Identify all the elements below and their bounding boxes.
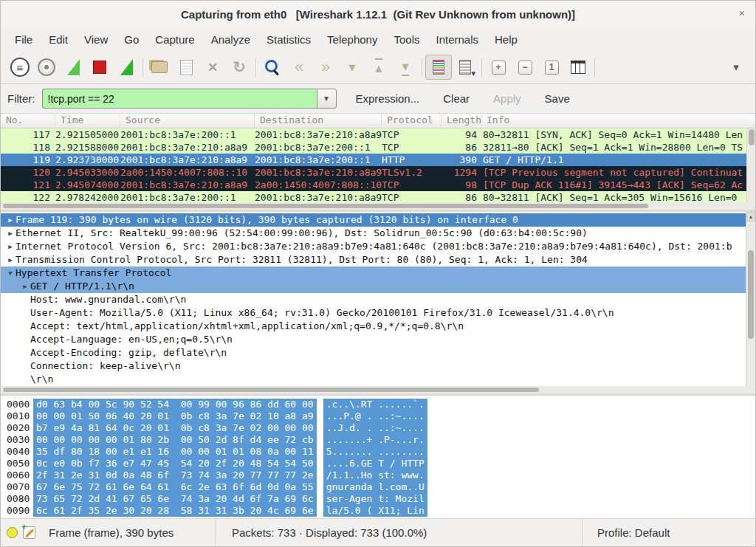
expression-button[interactable]: Expression... xyxy=(347,89,429,109)
packet-row[interactable]: 1192.9237300002001:bc8:3a7e:210:a8a92001… xyxy=(1,154,755,166)
collapsed-triangle-icon[interactable]: ▶ xyxy=(5,227,16,240)
collapsed-triangle-icon[interactable]: ▶ xyxy=(20,280,30,293)
menu-go[interactable]: Go xyxy=(116,30,147,49)
filter-input[interactable] xyxy=(42,89,317,109)
menu-statistics[interactable]: Statistics xyxy=(258,30,319,49)
menu-file[interactable]: File xyxy=(7,30,41,49)
go-forward-icon[interactable] xyxy=(312,55,339,80)
hex-ascii: ser-Agen t: Mozil xyxy=(323,493,427,505)
hex-row[interactable]: 008073 65 72 2d 41 67 65 6e 74 3a 20 4d … xyxy=(1,493,755,505)
menu-telephony[interactable]: Telephony xyxy=(319,30,385,49)
packet-cell-destination: 2001:bc8:3a7e:210:a8a9 xyxy=(255,191,382,202)
filter-dropdown-icon[interactable]: ▼ xyxy=(317,89,337,109)
hex-row[interactable]: 00906c 61 2f 35 2e 30 20 28 58 31 31 3b … xyxy=(1,505,755,517)
detail-row[interactable]: ▶Frame 119: 390 bytes on wire (3120 bits… xyxy=(1,213,755,227)
packet-row[interactable]: 1202.9450330002a00:1450:4007:808::102001… xyxy=(1,166,755,179)
column-header-no[interactable]: No. xyxy=(1,114,55,128)
menu-analyze[interactable]: Analyze xyxy=(203,30,258,49)
collapsed-triangle-icon[interactable]: ▶ xyxy=(5,240,16,253)
hex-row[interactable]: 0020b7 e9 4a 81 64 0c 20 01 0b c8 3a 7e … xyxy=(1,422,755,434)
packet-row[interactable]: 1222.9782420002001:bc8:3a7e:200::12001:b… xyxy=(1,191,755,202)
details-horizontal-scrollbar[interactable] xyxy=(1,386,755,393)
packet-row[interactable]: 1182.9215880002001:bc8:3a7e:210:a8a92001… xyxy=(1,141,755,154)
hex-row[interactable]: 0000d0 63 b4 00 5c 90 52 54 00 99 00 96 … xyxy=(1,399,755,410)
start-capture-icon[interactable] xyxy=(60,55,86,80)
menu-internals[interactable]: Internals xyxy=(427,30,487,49)
packet-list-horizontal-scrollbar[interactable] xyxy=(1,202,755,210)
open-file-icon[interactable] xyxy=(146,55,173,80)
toolbar-separator xyxy=(255,58,256,77)
detail-row[interactable]: Host: www.gnurandal.com\r\n xyxy=(1,293,755,306)
hex-row[interactable]: 007067 6e 75 72 61 6e 64 61 6c 2e 63 6f … xyxy=(1,481,755,493)
zoom-out-icon[interactable] xyxy=(512,55,538,80)
clear-button[interactable]: Clear xyxy=(434,89,478,109)
toolbar-separator xyxy=(481,58,482,77)
detail-row[interactable]: Accept-Language: en-US,en;q=0.5\r\n xyxy=(1,333,755,346)
overflow-menu-icon[interactable] xyxy=(723,55,749,80)
expert-info-icon[interactable] xyxy=(7,527,18,538)
find-packet-icon[interactable] xyxy=(259,55,286,80)
apply-button[interactable]: Apply xyxy=(484,89,530,109)
close-file-icon[interactable] xyxy=(199,55,226,80)
column-header-time[interactable]: Time xyxy=(55,114,120,128)
packet-cell-destination: 2001:bc8:3a7e:200::1 xyxy=(255,154,382,166)
capture-comment-icon[interactable] xyxy=(23,526,35,539)
column-header-protocol[interactable]: Protocol xyxy=(382,114,441,128)
detail-row[interactable]: Accept-Encoding: gzip, deflate\r\n xyxy=(1,346,755,359)
interfaces-icon[interactable] xyxy=(7,55,33,80)
zoom-100-icon[interactable] xyxy=(538,55,565,80)
packet-list-vertical-scrollbar[interactable] xyxy=(746,128,755,202)
capture-options-icon[interactable] xyxy=(33,55,60,80)
detail-row[interactable]: ▼Hypertext Transfer Protocol xyxy=(1,266,755,280)
restart-capture-icon[interactable] xyxy=(113,55,140,80)
go-to-top-icon[interactable] xyxy=(365,55,392,80)
collapsed-triangle-icon[interactable]: ▶ xyxy=(5,253,16,266)
save-button[interactable]: Save xyxy=(536,89,579,109)
menu-edit[interactable]: Edit xyxy=(41,30,76,49)
resize-columns-icon[interactable] xyxy=(565,55,591,80)
stop-capture-icon[interactable] xyxy=(86,55,113,80)
menu-tools[interactable]: Tools xyxy=(385,30,427,49)
hex-row[interactable]: 001000 00 01 50 06 40 20 01 0b c8 3a 7e … xyxy=(1,410,755,422)
detail-row[interactable]: User-Agent: Mozilla/5.0 (X11; Linux x86_… xyxy=(1,306,755,320)
hex-offset: 0090 xyxy=(1,505,30,517)
detail-row[interactable]: \r\n xyxy=(1,373,755,386)
detail-text: Transmission Control Protocol, Src Port:… xyxy=(16,253,588,266)
column-header-info[interactable]: Info xyxy=(481,114,755,128)
detail-text: Accept: text/html,application/xhtml+xml,… xyxy=(30,320,464,333)
go-back-icon[interactable] xyxy=(286,55,312,80)
menu-capture[interactable]: Capture xyxy=(147,30,202,49)
go-to-bottom-icon[interactable] xyxy=(392,55,419,80)
detail-row[interactable]: ▶Transmission Control Protocol, Src Port… xyxy=(1,253,755,266)
detail-row[interactable]: ▶Ethernet II, Src: RealtekU_99:00:96 (52… xyxy=(1,227,755,240)
column-header-destination[interactable]: Destination xyxy=(255,114,382,128)
auto-scroll-icon[interactable] xyxy=(452,55,478,80)
packet-row[interactable]: 1212.9450740002001:bc8:3a7e:210:a8a92a00… xyxy=(1,179,755,191)
column-header-length[interactable]: Length xyxy=(441,114,481,128)
detail-row[interactable]: ▶Internet Protocol Version 6, Src: 2001:… xyxy=(1,240,755,253)
hex-row[interactable]: 004035 df 80 18 00 e1 e1 16 00 00 01 01 … xyxy=(1,446,755,458)
details-vertical-scrollbar[interactable]: ▲ xyxy=(746,212,755,386)
packet-cell-no: 121 xyxy=(1,179,55,191)
detail-row[interactable]: Accept: text/html,application/xhtml+xml,… xyxy=(1,320,755,333)
hex-row[interactable]: 00500c e0 0b f7 36 e7 47 45 54 20 2f 20 … xyxy=(1,458,755,469)
hex-row[interactable]: 003000 00 00 00 00 01 80 2b 00 50 2d 8f … xyxy=(1,434,755,446)
scroll-up-icon[interactable]: ▲ xyxy=(746,212,755,221)
expanded-triangle-icon[interactable]: ▼ xyxy=(5,266,16,280)
packet-row[interactable]: 1172.9215050002001:bc8:3a7e:200::12001:b… xyxy=(1,128,755,141)
close-window-icon[interactable]: × xyxy=(739,7,745,19)
colorize-icon[interactable] xyxy=(425,55,452,80)
save-file-icon[interactable] xyxy=(173,55,199,80)
detail-row[interactable]: ▶GET / HTTP/1.1\r\n xyxy=(1,280,755,293)
menu-help[interactable]: Help xyxy=(487,30,526,49)
hex-row[interactable]: 00602f 31 2e 31 0d 0a 48 6f 73 74 3a 20 … xyxy=(1,469,755,481)
detail-text: \r\n xyxy=(30,373,53,386)
zoom-in-icon[interactable] xyxy=(485,55,512,80)
column-header-source[interactable]: Source xyxy=(120,114,255,128)
detail-row[interactable]: Connection: keep-alive\r\n xyxy=(1,359,755,373)
reload-icon[interactable] xyxy=(226,55,252,80)
go-to-packet-icon[interactable] xyxy=(339,55,365,80)
hex-ascii: /1.1..Ho st: www. xyxy=(323,469,427,481)
menu-view[interactable]: View xyxy=(76,30,116,49)
collapsed-triangle-icon[interactable]: ▶ xyxy=(5,213,16,227)
